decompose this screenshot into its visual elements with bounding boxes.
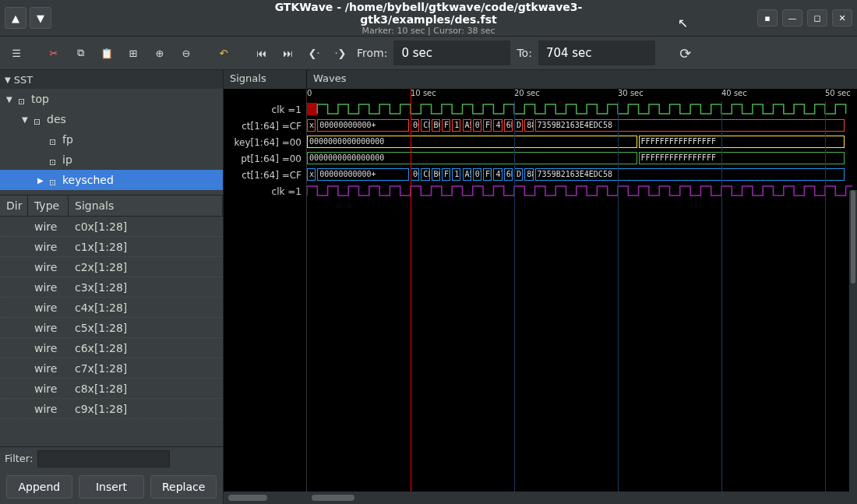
seek-end-icon[interactable]: ⏭: [277, 43, 298, 63]
tree-item-des[interactable]: ▼des: [0, 109, 223, 129]
vertical-scrollbar-thumb[interactable]: [851, 190, 855, 284]
tree-item-ip[interactable]: ip: [0, 150, 223, 170]
paste-icon[interactable]: 📋: [97, 43, 117, 63]
titlebar: ▲ ▼ GTKWave - /home/bybell/gtkwave/code/…: [0, 0, 857, 36]
signals-hscroll-thumb[interactable]: [228, 495, 267, 501]
close-button[interactable]: ✕: [832, 9, 852, 26]
bus-segment: 0000000000000000: [307, 152, 637, 164]
copy-icon[interactable]: ⧉: [70, 43, 90, 63]
signal-table-header: Dir Type Signals: [0, 195, 223, 217]
bus-segment: xx+: [307, 119, 316, 132]
tree-item-fp[interactable]: fp: [0, 129, 223, 150]
col-type[interactable]: Type: [28, 196, 69, 216]
bus-segment: 07+: [473, 168, 481, 181]
bus-segment: CF+: [421, 119, 429, 132]
wave-signal-name[interactable]: pt[1:64] =00: [224, 150, 306, 167]
bus-segment: 6B+: [504, 119, 513, 132]
tree-item-top[interactable]: ▼top: [0, 89, 223, 109]
minimize-button[interactable]: —: [782, 9, 802, 26]
bus-segment: 47+: [493, 119, 502, 132]
signal-row[interactable]: wirec9x[1:28]: [0, 399, 223, 419]
seek-prev-edge-icon[interactable]: ❮·: [304, 43, 324, 63]
waves-hscroll-thumb[interactable]: [312, 495, 354, 501]
wave-row[interactable]: xx+00000000000+00+CF+B0+FB+16+A5+07+FB+4…: [307, 118, 857, 133]
time-tick: 50 sec: [825, 89, 851, 97]
hierarchy-tree[interactable]: ▼top▼des fp ip▶keysched▶round1 (roundfun…: [0, 89, 223, 195]
col-dir[interactable]: Dir: [0, 196, 28, 216]
filter-input[interactable]: [37, 450, 170, 467]
bus-segment: B0+: [432, 119, 440, 132]
seek-start-icon[interactable]: ⏮: [251, 43, 271, 63]
zoom-fit-icon[interactable]: ⊞: [123, 43, 143, 63]
wave-row[interactable]: 0000000000000000FFFFFFFFFFFFFFFF: [307, 150, 857, 166]
bus-segment: A5+: [463, 119, 471, 132]
col-signals[interactable]: Signals: [69, 196, 223, 216]
append-button[interactable]: Append: [6, 475, 72, 499]
wave-row[interactable]: [307, 183, 857, 199]
tree-item-keysched[interactable]: ▶keysched: [0, 170, 223, 190]
signal-row[interactable]: wirec5x[1:28]: [0, 318, 223, 338]
bus-segment: FFFFFFFFFFFFFFFF: [639, 136, 845, 148]
bus-segment: FB+: [442, 168, 450, 181]
wave-canvas[interactable]: 010 sec20 sec30 sec40 sec50 sec xx+00000…: [307, 89, 857, 492]
replace-button[interactable]: Replace: [150, 475, 217, 499]
wave-signal-name[interactable]: clk =1: [224, 183, 306, 199]
signal-row[interactable]: wirec0x[1:28]: [0, 217, 223, 237]
menu-up-button[interactable]: ▲: [5, 7, 26, 29]
time-tick: 40 sec: [721, 89, 747, 97]
module-icon: [49, 135, 60, 144]
grid-line: [618, 101, 619, 492]
bus-segment: 00+: [411, 168, 419, 181]
wave-signal-name[interactable]: ct[1:64] =CF: [224, 118, 306, 134]
module-icon: [34, 115, 44, 124]
wave-signal-name[interactable]: key[1:64] =00: [224, 134, 306, 150]
reload-icon[interactable]: ⟳: [675, 43, 696, 63]
zoom-in-icon[interactable]: ⊕: [150, 43, 170, 63]
wave-signal-name[interactable]: ct[1:64] =CF: [224, 167, 306, 183]
cut-icon[interactable]: ✂: [44, 43, 64, 63]
time-tick: 0: [307, 89, 312, 97]
signal-row[interactable]: wirec3x[1:28]: [0, 277, 223, 298]
hamburger-menu-icon[interactable]: ☰: [6, 43, 26, 63]
zoom-out-icon[interactable]: ⊖: [176, 43, 196, 63]
bus-segment: CF+: [421, 168, 429, 181]
mouse-cursor-icon: ↖: [678, 16, 688, 30]
module-icon: [18, 94, 29, 104]
wave-row[interactable]: xx+00000000000+00+CF+B0+FB+16+A5+07+FB+4…: [307, 167, 857, 182]
grid-line: [825, 101, 826, 492]
vertical-scrollbar[interactable]: [849, 190, 857, 502]
menu-down-button[interactable]: ▼: [30, 7, 51, 29]
wave-row[interactable]: 0000000000000000FFFFFFFFFFFFFFFF: [307, 134, 857, 150]
signal-row[interactable]: wirec8x[1:28]: [0, 379, 223, 399]
from-label: From:: [357, 47, 387, 59]
window-subtitle: Marker: 10 sec | Cursor: 38 sec: [214, 26, 643, 36]
insert-button[interactable]: Insert: [79, 475, 145, 499]
maximize-button[interactable]: ◻: [807, 9, 827, 26]
signal-table[interactable]: wirec0x[1:28]wirec1x[1:28]wirec2x[1:28]w…: [0, 217, 223, 446]
signal-row[interactable]: wirec4x[1:28]: [0, 298, 223, 318]
undo-icon[interactable]: ↶: [213, 43, 234, 63]
signal-row[interactable]: wirec1x[1:28]: [0, 237, 223, 257]
from-input[interactable]: [393, 41, 510, 65]
sst-toggle[interactable]: ▼ SST: [0, 70, 223, 89]
bus-segment: 00000000000+: [317, 119, 409, 132]
iconify-button[interactable]: ▪: [757, 9, 778, 26]
signals-hscroll[interactable]: [224, 492, 307, 504]
time-tick: 10 sec: [411, 89, 436, 97]
seek-next-edge-icon[interactable]: ·❯: [330, 43, 351, 63]
toolbar: ☰ ✂ ⧉ 📋 ⊞ ⊕ ⊖ ↶ ⏮ ⏭ ❮· ·❯ From: To: ⟳: [0, 36, 857, 70]
signal-row[interactable]: wirec7x[1:28]: [0, 358, 223, 379]
wave-row[interactable]: [307, 101, 857, 117]
signal-row[interactable]: wirec2x[1:28]: [0, 257, 223, 277]
bus-segment: FB+: [483, 168, 492, 181]
bus-segment: FB+: [442, 119, 450, 132]
signal-names-column[interactable]: clk =1ct[1:64] =CFkey[1:64] =00pt[1:64] …: [224, 89, 307, 492]
signal-row[interactable]: wirec6x[1:28]: [0, 338, 223, 358]
bus-segment: 16+: [452, 168, 460, 181]
wave-signal-name[interactable]: clk =1: [224, 101, 306, 118]
marker-line[interactable]: [411, 89, 411, 492]
time-axis: 010 sec20 sec30 sec40 sec50 sec: [307, 89, 857, 101]
waves-hscroll[interactable]: [307, 492, 857, 504]
to-input[interactable]: [538, 41, 655, 65]
bus-segment: 7359B2163E4EDC58: [535, 168, 845, 181]
